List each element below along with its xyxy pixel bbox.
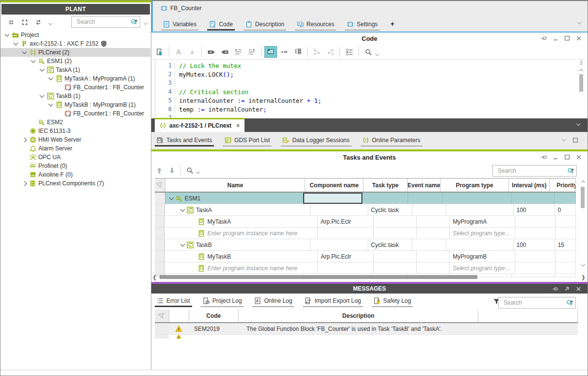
indent-button[interactable] bbox=[232, 46, 245, 58]
close-button[interactable] bbox=[574, 153, 583, 161]
component-name-cell[interactable] bbox=[318, 228, 374, 239]
tree-item-iec-61131-3[interactable]: IEC 61131-3 bbox=[0, 127, 150, 135]
scroll-up-arrow[interactable] bbox=[579, 69, 583, 73]
tab-resources[interactable]: Resources bbox=[295, 19, 338, 31]
uncomment-button[interactable] bbox=[218, 46, 231, 58]
restore-button[interactable] bbox=[563, 285, 571, 293]
pin-button[interactable] bbox=[551, 285, 559, 293]
scroll-down-arrow[interactable] bbox=[581, 262, 585, 266]
event-name-cell[interactable] bbox=[417, 216, 450, 227]
event-name-cell[interactable] bbox=[412, 204, 446, 215]
instance-tabs-chevron[interactable] bbox=[562, 137, 566, 141]
tab-description[interactable]: Description bbox=[244, 19, 288, 31]
event-name-cell[interactable] bbox=[412, 239, 446, 250]
code-line-3[interactable]: 3 bbox=[155, 79, 575, 87]
find-button[interactable] bbox=[362, 46, 375, 58]
tab-project-log[interactable]: Project Log bbox=[201, 295, 246, 308]
component-name-cell[interactable] bbox=[310, 204, 368, 215]
program-type-cell[interactable] bbox=[442, 193, 512, 204]
close-button[interactable] bbox=[574, 34, 583, 42]
tab-gds-port-list[interactable]: GDS Port List bbox=[223, 135, 274, 147]
column-header-event-name[interactable]: Event name bbox=[408, 179, 441, 192]
tasks-row-taskb[interactable]: TaskBCyclic task10015 bbox=[155, 239, 576, 251]
collapse-chevron-icon[interactable] bbox=[169, 195, 174, 200]
tab-online-log[interactable]: Online Log bbox=[252, 295, 296, 308]
collapse-chevron-icon[interactable] bbox=[13, 41, 18, 46]
tree-item-hmi-web-server[interactable]: HMI Web Server bbox=[0, 135, 150, 144]
comment-button[interactable] bbox=[205, 46, 217, 58]
tree-item-alarm-server[interactable]: Alarm Server bbox=[0, 144, 150, 153]
tree-item-mytaskb-myprogramb-1[interactable]: MyTaskB : MyProgramB (1) bbox=[0, 100, 150, 109]
task-type-cell[interactable] bbox=[374, 262, 417, 274]
collapse-chevron-icon[interactable] bbox=[4, 32, 9, 37]
priority-cell[interactable]: 15 bbox=[555, 239, 576, 250]
tab-online-parameters[interactable]: Online Parameters bbox=[360, 135, 425, 147]
tasks-row-enter-program-instance-name-here[interactable]: Enter program instance name hereSelect p… bbox=[155, 262, 576, 274]
component-name-cell[interactable] bbox=[310, 239, 368, 250]
priority-cell[interactable] bbox=[555, 251, 576, 262]
task-type-cell[interactable] bbox=[374, 216, 417, 227]
program-type-cell[interactable] bbox=[446, 204, 514, 215]
task-type-cell[interactable]: Cyclic task bbox=[368, 239, 413, 250]
component-name-cell[interactable]: Arp.Plc.Eclr bbox=[318, 251, 374, 262]
program-type-cell[interactable] bbox=[446, 239, 514, 250]
interval-cell[interactable] bbox=[512, 193, 555, 204]
scroll-left-arrow[interactable]: ❬ bbox=[152, 275, 157, 280]
tab-settings[interactable]: Settings bbox=[345, 19, 381, 31]
collapse-chevron-icon[interactable] bbox=[48, 76, 53, 81]
collapse-all-button[interactable] bbox=[5, 16, 17, 28]
component-name-cell[interactable] bbox=[318, 262, 374, 274]
task-type-cell[interactable] bbox=[374, 251, 417, 262]
priority-cell[interactable] bbox=[555, 216, 576, 227]
message-row-sem2019[interactable]: SEM2019The Global Function Block 'FB_Cou… bbox=[155, 323, 578, 335]
tab-axc-f-2152-1-plcnext[interactable]: axc-f-2152-1 / PLCnext × bbox=[155, 118, 245, 132]
scroll-thumb[interactable] bbox=[160, 275, 477, 279]
toolbar-overflow-chevron[interactable] bbox=[196, 170, 200, 174]
collapse-chevron-icon[interactable] bbox=[31, 58, 35, 63]
code-line-5[interactable]: 5internalCounter := internalCounter + 1; bbox=[155, 96, 575, 105]
tab-error-list[interactable]: Error List bbox=[155, 295, 194, 308]
scroll-right-arrow[interactable]: ❭ bbox=[581, 275, 586, 280]
program-type-cell[interactable]: MyProgramB bbox=[450, 251, 515, 262]
expand-chevron-icon[interactable] bbox=[22, 181, 27, 186]
priority-cell[interactable]: 0 bbox=[555, 204, 576, 215]
sync-selection-button[interactable] bbox=[33, 16, 44, 28]
priority-cell[interactable] bbox=[555, 262, 576, 274]
interval-cell[interactable]: 100 bbox=[514, 204, 555, 215]
filter-funnel-icon[interactable] bbox=[156, 181, 163, 189]
column-header-component-name[interactable]: Component name bbox=[305, 179, 363, 192]
collapse-chevron-icon[interactable] bbox=[39, 93, 44, 98]
tasks-search-input[interactable] bbox=[497, 167, 567, 175]
font-decrease-button[interactable]: a bbox=[186, 46, 198, 58]
expand-chevron-icon[interactable] bbox=[22, 137, 27, 142]
tab-code[interactable]: Code bbox=[207, 19, 237, 31]
pin-button[interactable] bbox=[539, 34, 548, 42]
tree-item-taskb-1[interactable]: TaskB (1) bbox=[0, 92, 150, 100]
interval-cell[interactable] bbox=[515, 228, 555, 239]
tree-item-project[interactable]: Project bbox=[0, 31, 150, 39]
tab-list-chevron[interactable] bbox=[576, 122, 580, 126]
table-vertical-scrollbar[interactable] bbox=[580, 179, 586, 272]
tree-item-axioline-f-0[interactable]: Axioline F (0) bbox=[0, 170, 150, 179]
priority-cell[interactable] bbox=[555, 228, 576, 239]
tab-safety-log[interactable]: Safety Log bbox=[372, 295, 415, 308]
minimize-button[interactable] bbox=[551, 34, 559, 42]
move-up-button[interactable] bbox=[153, 164, 165, 176]
breakpoint-list-button[interactable] bbox=[343, 46, 356, 58]
column-header-interval-ms[interactable]: Interval (ms) bbox=[509, 179, 550, 192]
plant-search-input[interactable] bbox=[76, 18, 131, 26]
tree-item-profinet-0[interactable]: Profinet (0) bbox=[0, 162, 150, 170]
scroll-thumb[interactable] bbox=[581, 187, 585, 208]
watch-list-button[interactable] bbox=[278, 46, 291, 58]
code-line-4[interactable]: 4// Critical section bbox=[155, 87, 575, 96]
interval-cell[interactable]: 100 bbox=[514, 239, 555, 250]
event-name-cell[interactable] bbox=[417, 262, 450, 274]
select-mode-button[interactable] bbox=[153, 46, 166, 58]
pin-button[interactable] bbox=[539, 153, 548, 161]
tree-item-esm1-2[interactable]: ESM1 (2) bbox=[0, 57, 150, 65]
instance-maximize-icon[interactable] bbox=[572, 137, 579, 144]
filter-funnel-icon[interactable] bbox=[158, 312, 165, 320]
column-header-code[interactable]: Code bbox=[189, 310, 239, 322]
column-header-description[interactable]: Description bbox=[239, 310, 478, 322]
interval-cell[interactable] bbox=[515, 262, 555, 274]
